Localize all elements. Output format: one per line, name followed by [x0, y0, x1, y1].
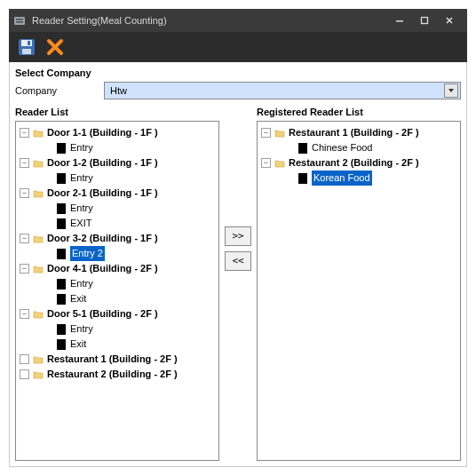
collapse-toggle[interactable]: −: [20, 309, 29, 319]
node-label: Door 4-1 (Building - 2F ): [47, 261, 158, 276]
node-label: Restaurant 1 (Building - 2F ): [289, 125, 419, 140]
save-button[interactable]: [16, 36, 37, 58]
maximize-button[interactable]: [412, 12, 437, 29]
node-label: Entry: [70, 140, 93, 155]
registered-list-column: Registered Reader List −Restaurant 1 (Bu…: [257, 107, 461, 461]
chevron-down-icon[interactable]: [444, 83, 458, 98]
reader-icon: [57, 173, 66, 184]
node-label: Entry: [70, 171, 93, 186]
reader-icon: [57, 203, 66, 214]
company-row: Company Htw: [15, 82, 461, 99]
reader-icon: [57, 249, 66, 259]
move-left-button[interactable]: <<: [225, 251, 251, 271]
node-label: Door 1-2 (Building - 1F ): [47, 155, 158, 171]
tree-node[interactable]: Exit: [18, 337, 217, 352]
titlebar[interactable]: Reader Setting(Meal Counting): [9, 9, 467, 32]
tree-node[interactable]: Korean Food: [259, 171, 458, 186]
tree-node[interactable]: −Restaurant 1 (Building - 2F ): [259, 125, 458, 140]
reader-icon: [57, 324, 66, 335]
tree-node[interactable]: −Door 5-1 (Building - 2F ): [18, 306, 217, 321]
select-company-heading: Select Company: [15, 67, 461, 78]
collapse-toggle[interactable]: −: [20, 128, 29, 138]
window: Reader Setting(Meal Counting) Se: [9, 9, 467, 467]
node-label: Door 5-1 (Building - 2F ): [47, 306, 158, 321]
folder-icon: [33, 234, 44, 244]
reader-list-tree[interactable]: −Door 1-1 (Building - 1F )Entry−Door 1-2…: [15, 121, 219, 461]
node-label: Restaurant 2 (Building - 2F ): [289, 155, 419, 171]
tree-node[interactable]: −Door 4-1 (Building - 2F ): [18, 261, 217, 276]
reader-icon: [57, 279, 66, 290]
reader-icon: [57, 218, 66, 229]
svg-rect-2: [16, 21, 23, 23]
collapse-toggle[interactable]: −: [261, 128, 271, 138]
tree-node[interactable]: −Door 1-2 (Building - 1F ): [18, 155, 217, 171]
svg-rect-0: [14, 17, 25, 25]
collapse-toggle[interactable]: −: [20, 158, 29, 168]
reader-icon: [298, 143, 307, 154]
company-value: Htw: [110, 85, 127, 96]
collapse-toggle[interactable]: [20, 354, 29, 364]
folder-icon: [33, 369, 44, 380]
tree-node[interactable]: Entry: [18, 276, 217, 291]
folder-icon: [33, 128, 44, 139]
app-icon: [12, 13, 27, 28]
tree-node[interactable]: Chinese Food: [259, 140, 458, 155]
minimize-button[interactable]: [387, 12, 412, 29]
folder-icon: [33, 264, 44, 274]
folder-icon: [33, 309, 44, 320]
tree-node[interactable]: Restaurant 2 (Building - 2F ): [18, 367, 217, 382]
collapse-toggle[interactable]: −: [20, 188, 29, 198]
folder-icon: [274, 158, 285, 169]
svg-rect-3: [396, 20, 403, 22]
node-label: Door 2-1 (Building - 1F ): [47, 186, 158, 201]
reader-icon: [57, 294, 66, 305]
folder-icon: [33, 188, 44, 199]
node-label: Entry: [70, 321, 93, 337]
collapse-toggle[interactable]: [20, 369, 29, 379]
node-label: Entry: [70, 276, 93, 291]
transfer-buttons: >> <<: [225, 107, 251, 461]
collapse-toggle[interactable]: −: [20, 234, 29, 243]
tree-node[interactable]: Exit: [18, 291, 217, 306]
svg-rect-1: [16, 19, 23, 20]
reader-icon: [57, 143, 66, 154]
move-right-button[interactable]: >>: [225, 226, 251, 246]
cancel-button[interactable]: [44, 36, 66, 58]
content-area: Select Company Company Htw Reader List −…: [9, 62, 467, 467]
reader-icon: [298, 173, 307, 184]
tree-node[interactable]: Entry: [18, 171, 217, 186]
node-label: Chinese Food: [312, 140, 373, 155]
tree-node[interactable]: Restaurant 1 (Building - 2F ): [18, 352, 217, 367]
tree-node[interactable]: Entry 2: [18, 246, 217, 261]
node-label: EXIT: [70, 216, 91, 231]
svg-rect-8: [28, 41, 30, 45]
folder-icon: [33, 354, 44, 365]
reader-list-heading: Reader List: [15, 107, 219, 117]
tree-node[interactable]: −Door 3-2 (Building - 1F ): [18, 231, 217, 246]
tree-node[interactable]: −Restaurant 2 (Building - 2F ): [259, 155, 458, 171]
registered-list-tree[interactable]: −Restaurant 1 (Building - 2F )Chinese Fo…: [257, 121, 461, 461]
tree-node[interactable]: EXIT: [18, 216, 217, 231]
tree-node[interactable]: Entry: [18, 201, 217, 216]
registered-list-heading: Registered Reader List: [257, 107, 461, 117]
close-button[interactable]: [437, 12, 462, 29]
tree-node[interactable]: Entry: [18, 140, 217, 155]
tree-node[interactable]: −Door 1-1 (Building - 1F ): [18, 125, 217, 140]
node-label: Entry: [70, 201, 93, 216]
tree-node[interactable]: Entry: [18, 321, 217, 337]
folder-icon: [33, 158, 44, 169]
svg-rect-4: [422, 18, 428, 24]
svg-rect-7: [22, 49, 31, 54]
reader-icon: [57, 339, 66, 350]
node-label: Door 3-2 (Building - 1F ): [47, 231, 158, 246]
node-label: Restaurant 2 (Building - 2F ): [47, 367, 178, 382]
svg-rect-6: [21, 40, 32, 46]
collapse-toggle[interactable]: −: [20, 264, 29, 274]
window-title: Reader Setting(Meal Counting): [32, 15, 167, 26]
collapse-toggle[interactable]: −: [261, 158, 271, 168]
tree-node[interactable]: −Door 2-1 (Building - 1F ): [18, 186, 217, 201]
company-select[interactable]: Htw: [104, 82, 461, 99]
node-label: Entry 2: [70, 246, 105, 261]
folder-icon: [274, 128, 285, 139]
company-label: Company: [15, 85, 104, 96]
